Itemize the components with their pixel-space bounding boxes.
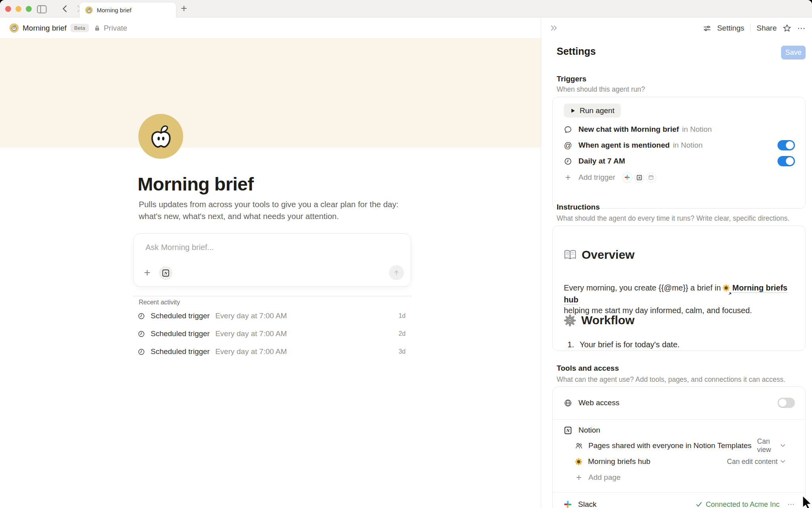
page-icon-apple — [10, 23, 19, 33]
activity-divider — [133, 296, 411, 296]
svg-text:N: N — [164, 271, 168, 275]
lock-icon — [94, 25, 101, 32]
svg-text:N: N — [638, 175, 641, 179]
chevron-down-icon — [780, 444, 785, 447]
activity-detail: Every day at 7:00 AM — [215, 312, 287, 320]
triggers-card: Run agent New chat with Morning brief in… — [552, 97, 806, 209]
slack-more-options-icon[interactable]: ⋯ — [787, 500, 795, 508]
tab-title: Morning brief — [97, 7, 132, 13]
send-button[interactable] — [389, 265, 404, 280]
add-trigger-button[interactable]: + Add trigger N — [564, 169, 795, 185]
web-access-toggle[interactable] — [778, 398, 795, 408]
check-icon — [696, 502, 702, 507]
daily-toggle[interactable] — [778, 156, 795, 166]
workflow-item: 1.Your brief is for today's date. — [565, 340, 795, 349]
trigger-row-new-chat[interactable]: New chat with Morning brief in Notion — [564, 121, 795, 137]
chevron-down-icon — [780, 460, 785, 463]
overview-paragraph: Every morning, you create {{@me}} a brie… — [564, 283, 796, 316]
add-page-button[interactable]: + Add page — [575, 470, 795, 485]
settings-menu-label[interactable]: Settings — [717, 24, 745, 33]
main-content: Morning brief Pulls updates from across … — [0, 38, 541, 508]
browser-tab[interactable]: Morning brief — [79, 2, 176, 18]
activity-row[interactable]: Scheduled trigger Every day at 7:00 AM 2… — [138, 328, 411, 340]
tools-heading: Tools and access — [557, 364, 619, 373]
chat-composer[interactable]: Ask Morning brief... + N — [133, 233, 411, 287]
globe-icon — [564, 399, 572, 407]
agent-title[interactable]: Morning brief — [138, 173, 253, 195]
trigger-row-mentioned[interactable]: @ When agent is mentioned in Notion — [564, 137, 795, 153]
screenshot-stage: Morning brief + Morning brief Beta Priva… — [0, 0, 812, 508]
window-controls — [5, 6, 32, 12]
back-icon[interactable] — [60, 4, 70, 15]
instructions-subheading: What should the agent do every time it r… — [557, 214, 789, 223]
collapse-panel-icon[interactable] — [550, 25, 558, 33]
tools-subheading: What can the agent use? Add tools, pages… — [557, 375, 785, 384]
privacy-label[interactable]: Private — [104, 24, 127, 33]
mentioned-toggle[interactable] — [778, 140, 795, 150]
notion-tool-row[interactable]: N Notion — [564, 422, 795, 438]
page-title[interactable]: Morning brief — [23, 24, 67, 33]
share-button[interactable]: Share — [756, 24, 777, 33]
slack-icon — [564, 500, 572, 508]
notion-icon: N — [564, 426, 572, 435]
actions-divider — [750, 24, 751, 33]
settings-sliders-icon[interactable] — [703, 24, 711, 33]
notion-page-row[interactable]: Pages shared with everyone in Notion Tem… — [575, 438, 795, 454]
page-header: Morning brief Beta Private — [0, 18, 541, 38]
sunflower-page-icon — [722, 284, 730, 294]
clock-icon — [564, 157, 572, 165]
more-options-icon[interactable]: ⋯ — [797, 23, 806, 33]
save-button[interactable]: Save — [781, 46, 806, 60]
workflow-heading: Workflow — [564, 314, 634, 327]
clock-icon — [138, 330, 145, 338]
activity-title: Scheduled trigger — [151, 347, 210, 356]
toggle-sidebar-icon[interactable] — [37, 5, 47, 15]
favorite-star-icon[interactable] — [783, 24, 791, 33]
web-access-row[interactable]: Web access — [564, 395, 795, 411]
plus-icon: + — [564, 174, 572, 181]
minimize-window-button[interactable] — [15, 6, 21, 12]
instructions-heading: Instructions — [557, 203, 600, 212]
triggers-subheading: When should this agent run? — [557, 85, 645, 94]
recent-activity-heading: Recent activity — [139, 299, 180, 306]
beta-badge: Beta — [71, 24, 89, 32]
overview-heading: Overview — [564, 248, 634, 262]
notion-context-chip[interactable]: N — [159, 266, 172, 280]
instructions-editor[interactable]: Overview Every morning, you create {{@me… — [552, 225, 806, 351]
trigger-row-daily[interactable]: Daily at 7 AM — [564, 153, 795, 169]
permission-dropdown[interactable]: Can edit content — [727, 458, 785, 466]
slack-icon[interactable] — [622, 173, 632, 183]
activity-age: 3d — [398, 348, 411, 355]
panel-actions: Settings Share ⋯ — [703, 23, 806, 33]
activity-detail: Every day at 7:00 AM — [215, 347, 287, 356]
svg-text:N: N — [566, 428, 570, 433]
activity-row[interactable]: Scheduled trigger Every day at 7:00 AM 1… — [138, 310, 411, 322]
permission-dropdown[interactable]: Can view — [757, 437, 785, 454]
new-tab-button[interactable]: + — [181, 2, 187, 15]
zoom-window-button[interactable] — [26, 6, 32, 12]
activity-row[interactable]: Scheduled trigger Every day at 7:00 AM 3… — [138, 346, 411, 358]
run-agent-button[interactable]: Run agent — [564, 104, 621, 117]
play-icon — [570, 108, 576, 114]
calendar-icon[interactable] — [646, 173, 656, 183]
slack-tool-row[interactable]: Slack Connected to Acme Inc ⋯ — [564, 496, 795, 508]
slack-connection-status: Connected to Acme Inc — [696, 500, 779, 508]
tab-favicon-apple-icon — [85, 6, 93, 14]
clock-icon — [138, 348, 145, 356]
activity-title: Scheduled trigger — [151, 312, 210, 320]
agent-avatar-apple-icon[interactable] — [138, 114, 183, 159]
sunflower-page-icon — [575, 458, 582, 466]
settings-panel: Settings Share ⋯ Settings Save Triggers … — [541, 18, 812, 508]
plus-icon: + — [575, 474, 583, 481]
activity-detail: Every day at 7:00 AM — [215, 329, 287, 338]
activity-age: 2d — [398, 330, 411, 337]
composer-placeholder[interactable]: Ask Morning brief... — [146, 243, 214, 252]
card-divider — [553, 492, 805, 493]
card-divider — [553, 419, 805, 419]
tools-card: Web access N Notion Pages shared with ev… — [552, 387, 806, 508]
notion-icon[interactable]: N — [634, 173, 644, 183]
close-window-button[interactable] — [5, 6, 11, 12]
notion-page-row[interactable]: Morning briefs hub Can edit content — [575, 454, 795, 470]
attach-plus-icon[interactable]: + — [144, 269, 150, 277]
panel-title: Settings — [557, 46, 596, 57]
